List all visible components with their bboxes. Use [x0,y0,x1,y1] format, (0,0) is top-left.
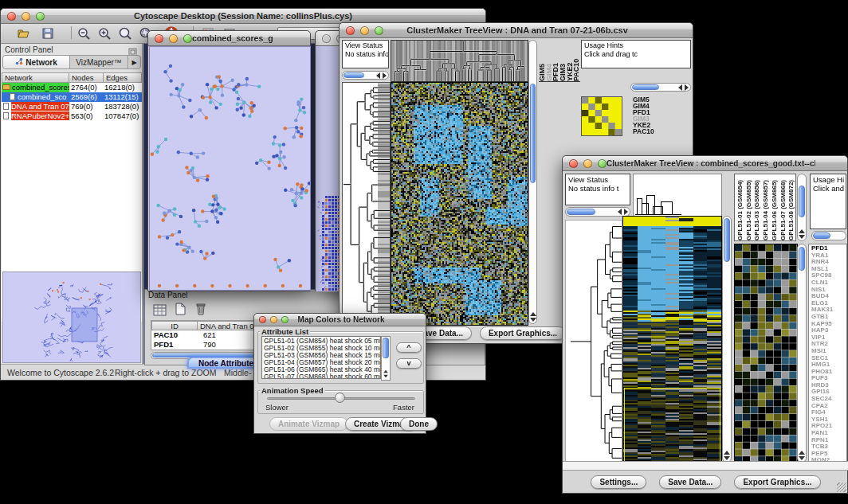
zoom-out-icon[interactable] [75,25,92,42]
col-header-nodes[interactable]: Nodes [69,72,104,83]
data-panel-title: Data Panel [148,291,187,299]
new-document-icon[interactable] [172,301,188,317]
treeview1-title: ClusterMaker TreeView : DNA and Tran 07-… [383,25,651,35]
treeview1-titlebar[interactable]: ClusterMaker TreeView : DNA and Tran 07-… [340,23,693,38]
status-hint-zoom: Right-click + drag to ZOOM [115,368,217,377]
tv1-button[interactable]: Export Graphics... [480,326,566,340]
dialog-title: Map Colors to Network [289,315,394,324]
network1-view-canvas[interactable] [149,46,311,291]
tv1-global-mini-heatmap[interactable] [581,96,622,136]
overview-canvas[interactable] [3,272,140,362]
tv2-button[interactable]: Settings... [591,475,646,489]
treeview2-titlebar[interactable]: ClusterMaker TreeView : combined_scores_… [563,156,847,171]
open-file-icon[interactable] [15,25,33,42]
tv1-vscrollbar[interactable] [528,40,537,324]
tv2-button[interactable]: Save Data... [659,475,721,489]
tv1-status-hscrollbar[interactable] [342,71,389,80]
tv1-mini-gene-labels: GIM5GIM4PFD1GIM3YKE2PAC10 [633,96,681,136]
network-row-dna-tran[interactable]: DNA and Tran 07 769(0) 183728(0) [2,102,142,111]
slower-label: Slower [265,403,289,412]
zoom-button[interactable] [598,159,607,168]
tv2-view-status-box: View StatusNo status info t [565,174,630,205]
file-icon [10,93,15,100]
window-controls [7,12,45,21]
close-button[interactable] [7,12,16,21]
file-icon [3,112,9,119]
minimize-button[interactable] [22,12,30,21]
dialog-titlebar[interactable]: Map Colors to Network [254,314,426,326]
tv2-hints-hscrollbar[interactable] [811,231,846,240]
tv2-hscroll-strip [563,461,848,471]
col-header-edges[interactable]: Edges [103,72,142,83]
zoom-in-icon[interactable] [96,25,113,42]
network-icon [15,57,23,67]
control-panel-title: Control Panel [5,45,53,54]
control-panel-tabs: Network VizMapper™ ▶ [2,55,141,69]
tab-vizmapper[interactable]: VizMapper™ [70,56,128,68]
status-welcome: Welcome to Cytoscape 2.6.2 [7,368,114,377]
tv2-gene-vscrollbar[interactable] [797,244,807,463]
tv2-button[interactable]: Export Graphics... [734,475,820,489]
network-row-rnapuber[interactable]: RNAPuberNov2+ 563(0) 107847(0) [2,111,142,121]
network-row-selected[interactable]: combined_sco 2569(6) 13112(15) [2,92,142,102]
close-button[interactable] [259,316,266,323]
zoom-button[interactable] [281,316,289,323]
speed-slider-knob[interactable] [335,393,345,403]
main-window-title: Cytoscape Desktop (Session Name: collins… [45,11,442,21]
minimize-button[interactable] [583,159,592,168]
attribute-list-vscrollbar[interactable] [381,336,391,381]
move-down-button[interactable]: v [396,358,422,369]
attribute-list[interactable]: GPL51-01 (GSM854) heat shock 05 minGPL51… [261,336,381,379]
tv1-heatmap-canvas[interactable] [391,82,528,326]
resize-grip[interactable] [837,483,846,492]
map-colors-dialog: Map Colors to Network Attribute List GPL… [253,313,426,434]
tv1-hints-hscrollbar[interactable] [630,83,691,92]
tabs-overflow-button[interactable]: ▶ [128,56,140,68]
tv2-row-dendrogram[interactable] [565,220,622,464]
col-header-network[interactable]: Network [2,72,69,83]
network-row-combined-scores[interactable]: combined_scores 2764(0) 16218(0) [2,83,142,92]
tv1-view-status-box: View StatusNo status info f [342,40,389,68]
tv2-heatmap-canvas[interactable] [622,216,722,464]
network-overview-panel[interactable] [2,272,141,363]
close-button[interactable] [322,34,331,43]
zoom-selected-icon[interactable] [116,25,134,42]
treeview2-title: ClusterMaker TreeView : combined_scores_… [607,159,815,168]
tv1-row-dendrogram[interactable] [342,82,391,326]
tv2-column-dendrogram[interactable] [633,174,722,217]
zoom-button[interactable] [36,12,45,21]
animate-vizmap-button[interactable]: Animate Vizmap [269,417,348,431]
animation-speed-label: Animation Speed [260,386,325,395]
tv2-labels-vscrollbar[interactable] [797,174,807,241]
minimize-button[interactable] [270,316,277,323]
network1-titlebar[interactable]: combined_scores_good.txt--cluste... [148,31,310,46]
save-icon[interactable] [39,25,57,42]
close-button[interactable] [155,34,163,43]
control-panel: Control Panel Network VizMapper™ ▶ Netwo… [1,44,143,364]
faster-label: Faster [393,403,414,412]
file-icon [3,103,9,110]
status-hint-middle: Middle- [224,368,251,377]
table-icon[interactable] [151,302,167,318]
close-button[interactable] [346,26,355,35]
done-button[interactable]: Done [400,417,438,431]
network-window-1: combined_scores_good.txt--cluste... [147,30,311,291]
tv2-main-vscrollbar[interactable] [722,216,732,463]
zoom-button[interactable] [183,34,192,43]
minimize-button[interactable] [360,26,369,35]
data-col-id[interactable]: ID [151,321,198,330]
zoom-button[interactable] [375,26,383,35]
minimize-button[interactable] [169,34,178,43]
trash-icon[interactable] [193,301,209,317]
tv1-column-labels: GIM5GIM4PFD1GIM3YKE2PAC10 [539,40,580,82]
tv2-gene-labels: PFD1YRA1RNR4MSL1SPC98CLN1NIS1BUD4ELG1MAK… [808,244,847,464]
tab-network[interactable]: Network [3,56,70,68]
move-up-button[interactable]: ^ [396,342,422,353]
tv2-zoom-heatmap-canvas[interactable] [734,244,798,464]
tv1-usage-hints-box: Usage HintsClick and drag tc [581,40,691,68]
desktop: Cytoscape Desktop (Session Name: collins… [0,0,848,504]
close-button[interactable] [569,159,578,168]
treeview2-window: ClusterMaker TreeView : combined_scores_… [562,155,848,494]
tv1-column-dendrogram[interactable] [391,40,528,82]
tv2-status-hscrollbar[interactable] [565,207,630,217]
